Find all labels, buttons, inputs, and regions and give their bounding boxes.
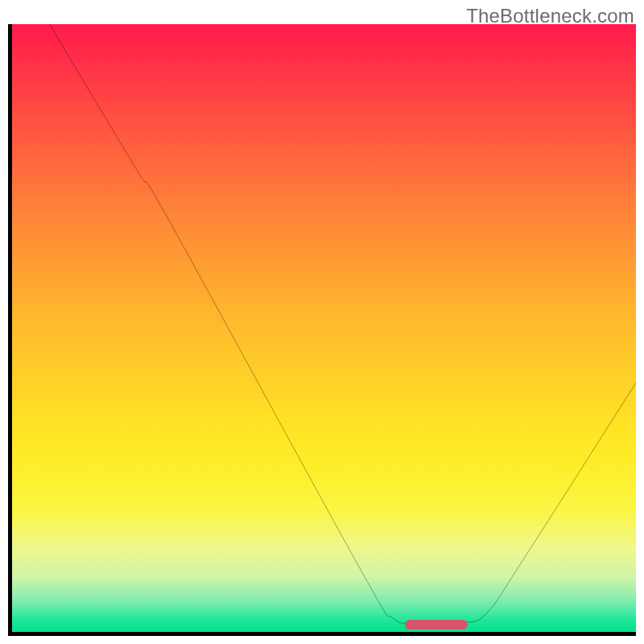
bottleneck-curve: [12, 24, 636, 632]
optimum-marker: [405, 620, 468, 630]
plot-area: [8, 24, 636, 636]
chart-container: TheBottleneck.com: [0, 0, 644, 644]
